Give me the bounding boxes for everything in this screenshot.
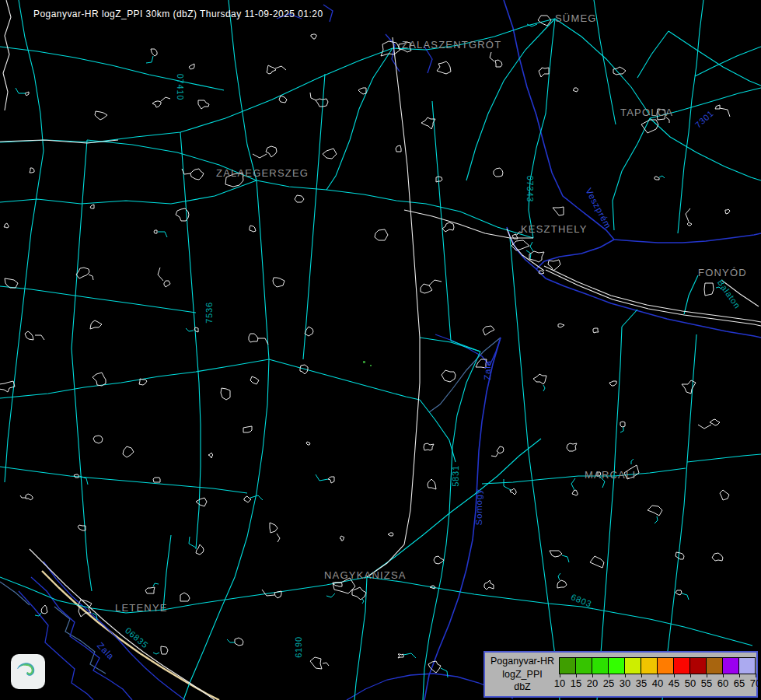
road-line — [668, 31, 761, 86]
river-line — [44, 562, 185, 700]
legend-tick-label: 50 — [685, 677, 696, 689]
road-spur-line — [253, 154, 267, 158]
dbz-color-scale: 10152025303540455055606570 — [559, 657, 757, 696]
road-spur-line — [543, 385, 545, 391]
settlement-outline — [550, 551, 562, 557]
settlement-outline — [421, 284, 432, 293]
settlement-outline — [249, 334, 258, 342]
legend-tick-label: 40 — [652, 677, 663, 689]
road-line — [257, 180, 533, 238]
settlement-outline — [715, 105, 720, 109]
road-line — [229, 0, 257, 180]
legend-title-block: Poganyvar-HR logZ_PPI dbZ — [487, 655, 558, 694]
road-spur-line — [720, 108, 730, 117]
settlement-outline — [567, 443, 577, 451]
settlement-outline — [273, 278, 285, 287]
settlement-outline — [279, 96, 287, 103]
settlement-outline — [495, 60, 502, 67]
legend-swatch — [625, 658, 641, 674]
settlement-outline — [609, 381, 616, 386]
road-spur-line — [310, 93, 316, 100]
radar-spiral-logo — [11, 654, 45, 689]
legend-tick-label: 65 — [734, 677, 745, 689]
settlement-outline — [375, 229, 388, 240]
road-spur-line — [189, 537, 196, 548]
road-spur-line — [698, 425, 711, 429]
settlement-outline — [323, 149, 337, 159]
main-road-line — [3, 0, 11, 110]
road-spur-line — [659, 176, 665, 178]
road-line — [0, 286, 196, 313]
road-spur-line — [686, 208, 690, 222]
road-spur-line — [682, 593, 689, 600]
settlement-outline — [428, 479, 436, 489]
settlement-outline — [311, 34, 316, 39]
settlement-outline — [153, 478, 160, 482]
map-canvas — [0, 0, 761, 700]
settlement-outline — [553, 207, 564, 215]
settlement-outline — [250, 226, 256, 232]
city-label: MARCALI — [585, 469, 636, 481]
settlement-outline — [221, 388, 230, 400]
road-spur-line — [153, 653, 159, 654]
settlement-outline — [93, 436, 103, 443]
settlement-outline — [398, 654, 403, 658]
road-line — [303, 241, 312, 359]
town-outline — [538, 16, 551, 26]
road-line — [613, 118, 650, 230]
lake-border-line — [424, 338, 501, 700]
road-number-label: 7536 — [204, 302, 214, 324]
town-outline — [352, 587, 366, 600]
settlement-outline — [243, 426, 252, 432]
water-label: Somogy — [474, 489, 483, 526]
settlement-outline — [620, 422, 625, 427]
settlement-outline — [316, 99, 328, 107]
road-spur-line — [316, 474, 328, 481]
road-number-label: 5831 — [451, 465, 460, 487]
settlement-outline — [573, 88, 578, 92]
spiral-icon — [11, 654, 45, 689]
city-label: ZALASZENTGRÓT — [402, 39, 501, 51]
settlement-outline — [274, 591, 281, 598]
road-line — [269, 359, 420, 400]
road-number-label: 6190 — [294, 636, 303, 658]
settlement-outline — [41, 605, 47, 614]
legend-swatch — [739, 658, 755, 674]
road-spur-line — [571, 478, 575, 490]
settlement-outline — [180, 593, 190, 601]
radar-echo-dot — [363, 361, 365, 363]
road-line — [0, 467, 247, 493]
city-label: LETENYE — [115, 602, 168, 614]
settlement-outline — [340, 536, 344, 541]
road-line — [326, 48, 393, 190]
road-spur-line — [326, 593, 335, 597]
road-line — [163, 535, 171, 610]
settlement-outline — [76, 268, 89, 278]
settlement-outline — [198, 100, 209, 109]
road-spur-line — [631, 459, 634, 464]
road-spur-line — [158, 232, 167, 237]
road-line — [183, 180, 269, 700]
settlement-outline — [145, 587, 155, 593]
settlement-outline — [164, 281, 170, 287]
settlement-outline — [139, 379, 147, 385]
lake-border-line — [614, 233, 761, 243]
road-spur-line — [403, 653, 416, 658]
road-number-label: 07410 — [176, 74, 185, 101]
settlement-outline — [270, 523, 278, 533]
road-spur-line — [490, 52, 494, 61]
settlement-outline — [388, 533, 393, 536]
road-spur-line — [620, 427, 623, 432]
settlement-outline — [189, 64, 194, 69]
road-spur-line — [323, 663, 329, 666]
road-line — [420, 400, 456, 462]
road-spur-line — [504, 479, 511, 490]
settlement-outline — [720, 490, 729, 500]
road-line — [19, 0, 44, 151]
settlement-outline — [267, 65, 276, 74]
city-label: SÜMEG — [555, 12, 597, 24]
settlement-outline — [244, 496, 251, 502]
road-line — [684, 275, 698, 314]
settlement-outline — [497, 446, 504, 453]
road-spur-line — [275, 66, 286, 70]
